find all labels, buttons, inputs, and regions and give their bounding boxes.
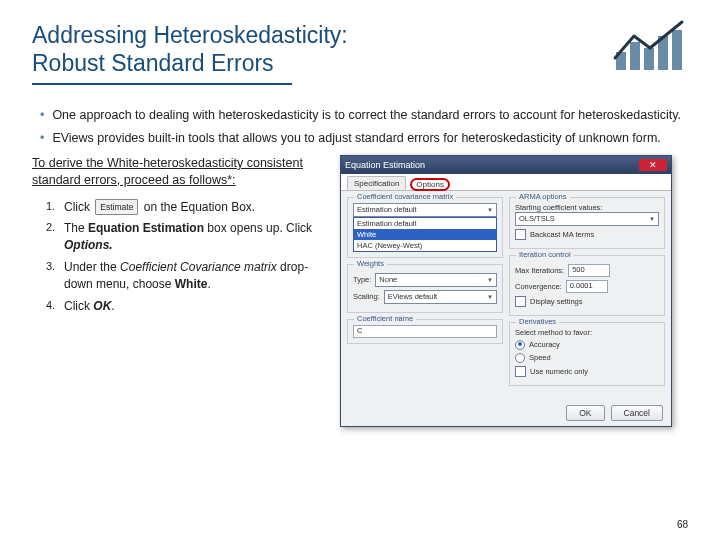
backcast-checkbox[interactable] — [515, 229, 526, 240]
iteration-group: Iteration control Max Iterations:500 Con… — [509, 255, 665, 316]
numeric-only-checkbox[interactable] — [515, 366, 526, 377]
slide-title: Addressing Heteroskedasticity: Robust St… — [32, 22, 452, 85]
accuracy-radio[interactable] — [515, 340, 525, 350]
display-settings-checkbox[interactable] — [515, 296, 526, 307]
speed-radio[interactable] — [515, 353, 525, 363]
ok-button[interactable]: OK — [566, 405, 604, 421]
tab-specification[interactable]: Specification — [347, 176, 406, 190]
bullet-list: •One approach to dealing with heterosked… — [40, 107, 688, 147]
close-icon[interactable]: ✕ — [639, 159, 667, 171]
cov-option[interactable]: Estimation default — [354, 218, 496, 229]
arma-start-select[interactable]: OLS/TSLS▼ — [515, 212, 659, 226]
coef-name-group: Coefficient name C — [347, 319, 503, 344]
equation-estimation-dialog: Equation Estimation ✕ Specification Opti… — [340, 155, 672, 427]
arma-group: ARMA options Starting coefficient values… — [509, 197, 665, 249]
instructions-heading: To derive the White-heteroskedasticity c… — [32, 155, 332, 189]
weights-scaling-select[interactable]: EViews default▼ — [384, 290, 497, 304]
chevron-down-icon: ▼ — [487, 204, 493, 216]
tab-options[interactable]: Options — [410, 178, 450, 191]
cov-matrix-select[interactable]: Estimation default▼ — [353, 203, 497, 217]
coef-name-input[interactable]: C — [353, 325, 497, 338]
coef-covariance-group: Coefficient covariance matrix Estimation… — [347, 197, 503, 258]
convergence-input[interactable]: 0.0001 — [566, 280, 608, 293]
bullet-item: One approach to dealing with heteroskeda… — [52, 107, 681, 124]
weights-group: Weights Type:None▼ Scaling:EViews defaul… — [347, 264, 503, 313]
page-number: 68 — [677, 519, 688, 530]
cov-option[interactable]: HAC (Newey-West) — [354, 240, 496, 251]
max-iter-input[interactable]: 500 — [568, 264, 610, 277]
weights-type-select[interactable]: None▼ — [375, 273, 497, 287]
dialog-title: Equation Estimation — [345, 160, 425, 170]
cancel-button[interactable]: Cancel — [611, 405, 663, 421]
steps-list: 1.Click Estimate on the Equation Box. 2.… — [46, 199, 332, 315]
estimate-inline-button: Estimate — [95, 199, 138, 214]
cov-option[interactable]: White — [354, 229, 496, 240]
derivatives-group: Derivatives Select method to favor: Accu… — [509, 322, 665, 386]
bullet-item: EViews provides built-in tools that allo… — [52, 130, 660, 147]
logo-chart-icon — [612, 18, 688, 70]
